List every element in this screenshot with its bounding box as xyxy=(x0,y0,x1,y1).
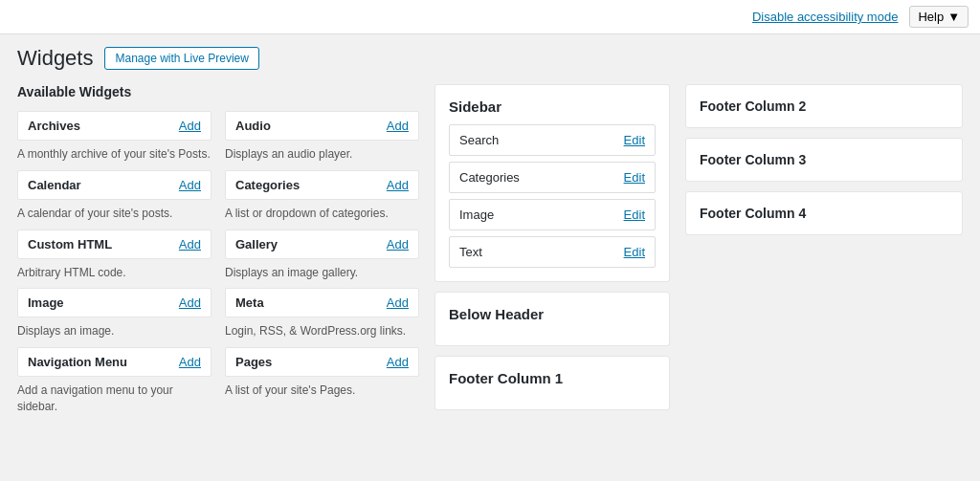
disable-accessibility-link[interactable]: Disable accessibility mode xyxy=(752,10,898,24)
widget-name: Navigation Menu xyxy=(28,355,127,369)
widgets-col-2: AudioAddDisplays an audio player.Categor… xyxy=(225,111,419,423)
widget-item: PagesAddA list of your site's Pages. xyxy=(225,347,419,406)
footer-panel: Footer Column 3 xyxy=(685,138,963,182)
sidebar-widget-row: ImageEdit xyxy=(449,199,656,230)
widget-row: CategoriesAdd xyxy=(225,170,419,200)
widget-add-link[interactable]: Add xyxy=(387,295,409,310)
widget-description: Arbitrary HTML code. xyxy=(17,265,212,281)
widget-item: Navigation MenuAddAdd a navigation menu … xyxy=(17,347,212,423)
widget-item: AudioAddDisplays an audio player. xyxy=(225,111,419,170)
widget-name: Custom HTML xyxy=(28,237,112,251)
top-bar: Disable accessibility mode Help ▼ xyxy=(0,0,980,34)
below-header-title: Below Header xyxy=(449,306,656,322)
widget-row: Navigation MenuAdd xyxy=(17,347,212,377)
widget-name: Calendar xyxy=(28,178,81,192)
widget-row: ArchivesAdd xyxy=(17,111,212,141)
widget-description: A list of your site's Pages. xyxy=(225,383,419,399)
widget-add-link[interactable]: Add xyxy=(179,237,201,251)
sidebar-panel: Sidebar SearchEditCategoriesEditImageEdi… xyxy=(434,84,670,282)
widget-description: Displays an image. xyxy=(17,323,212,339)
widget-add-link[interactable]: Add xyxy=(387,237,409,251)
widget-description: Add a navigation menu to your sidebar. xyxy=(17,383,212,415)
widget-row: MetaAdd xyxy=(225,288,419,317)
sidebar-widget-row: TextEdit xyxy=(449,236,656,268)
widgets-col-1: ArchivesAddA monthly archive of your sit… xyxy=(17,111,212,423)
widget-add-link[interactable]: Add xyxy=(387,119,409,133)
main-content: Available Widgets ArchivesAddA monthly a… xyxy=(0,71,980,436)
page-title: Widgets xyxy=(17,46,93,71)
widget-row: CalendarAdd xyxy=(17,170,212,200)
widget-add-link[interactable]: Add xyxy=(387,178,409,192)
sidebar-widget-name: Image xyxy=(459,208,494,222)
widget-row: ImageAdd xyxy=(17,288,212,317)
widget-description: Displays an audio player. xyxy=(225,146,419,163)
sidebar-widget-name: Categories xyxy=(459,170,520,185)
widget-name: Pages xyxy=(235,355,272,369)
below-header-panel: Below Header xyxy=(434,292,670,346)
right-column: Footer Column 2Footer Column 3Footer Col… xyxy=(685,84,963,235)
widget-item: CalendarAddA calendar of your site's pos… xyxy=(17,170,212,230)
widget-description: A calendar of your site's posts. xyxy=(17,206,212,222)
footer-panel-title: Footer Column 3 xyxy=(700,152,948,167)
footer-panel-title: Footer Column 4 xyxy=(700,206,948,221)
sidebar-widget-row: SearchEdit xyxy=(449,124,656,156)
sidebar-widget-row: CategoriesEdit xyxy=(449,162,656,193)
widget-item: ArchivesAddA monthly archive of your sit… xyxy=(17,111,212,170)
widget-add-link[interactable]: Add xyxy=(179,178,201,192)
widget-name: Archives xyxy=(28,119,80,133)
footer-column-1-title: Footer Column 1 xyxy=(449,370,656,386)
widget-add-link[interactable]: Add xyxy=(179,119,201,133)
sidebars-area: Sidebar SearchEditCategoriesEditImageEdi… xyxy=(434,84,670,410)
sidebar-widget-edit-link[interactable]: Edit xyxy=(624,170,645,185)
widgets-grid: ArchivesAddA monthly archive of your sit… xyxy=(17,111,419,423)
sidebar-panel-title: Sidebar xyxy=(449,98,656,115)
sidebar-widget-edit-link[interactable]: Edit xyxy=(624,133,645,147)
page-header: Widgets Manage with Live Preview xyxy=(0,34,980,71)
help-button[interactable]: Help ▼ xyxy=(909,6,969,28)
widget-row: GalleryAdd xyxy=(225,230,419,259)
footer-panel: Footer Column 2 xyxy=(685,84,963,128)
widget-add-link[interactable]: Add xyxy=(387,355,409,369)
widget-name: Image xyxy=(28,295,64,310)
widget-item: CategoriesAddA list or dropdown of categ… xyxy=(225,170,419,230)
widget-name: Audio xyxy=(235,119,271,133)
sidebar-widget-name: Text xyxy=(459,245,482,259)
sidebar-widget-edit-link[interactable]: Edit xyxy=(624,245,645,259)
chevron-down-icon: ▼ xyxy=(947,10,960,24)
available-widgets-title: Available Widgets xyxy=(17,84,419,99)
sidebar-widgets-list: SearchEditCategoriesEditImageEditTextEdi… xyxy=(449,124,656,268)
widget-name: Gallery xyxy=(235,237,278,251)
footer-column-1-panel: Footer Column 1 xyxy=(434,356,670,410)
widget-description: Login, RSS, & WordPress.org links. xyxy=(225,323,419,339)
widget-item: ImageAddDisplays an image. xyxy=(17,288,212,347)
widget-name: Meta xyxy=(235,295,264,310)
footer-panel: Footer Column 4 xyxy=(685,191,963,235)
widget-add-link[interactable]: Add xyxy=(179,355,201,369)
widget-item: MetaAddLogin, RSS, & WordPress.org links… xyxy=(225,288,419,347)
sidebar-widget-edit-link[interactable]: Edit xyxy=(624,208,645,222)
widget-row: PagesAdd xyxy=(225,347,419,377)
widget-row: Custom HTMLAdd xyxy=(17,230,212,259)
footer-panel-title: Footer Column 2 xyxy=(700,98,948,114)
available-widgets-section: Available Widgets ArchivesAddA monthly a… xyxy=(17,84,419,423)
manage-preview-button[interactable]: Manage with Live Preview xyxy=(104,47,258,70)
widget-description: Displays an image gallery. xyxy=(225,265,419,281)
sidebar-widget-name: Search xyxy=(459,133,499,147)
widget-description: A list or dropdown of categories. xyxy=(225,206,419,222)
widget-item: Custom HTMLAddArbitrary HTML code. xyxy=(17,230,212,289)
widget-row: AudioAdd xyxy=(225,111,419,141)
widget-add-link[interactable]: Add xyxy=(179,295,201,310)
widget-item: GalleryAddDisplays an image gallery. xyxy=(225,230,419,289)
widget-name: Categories xyxy=(235,178,300,192)
widget-description: A monthly archive of your site's Posts. xyxy=(17,146,212,163)
